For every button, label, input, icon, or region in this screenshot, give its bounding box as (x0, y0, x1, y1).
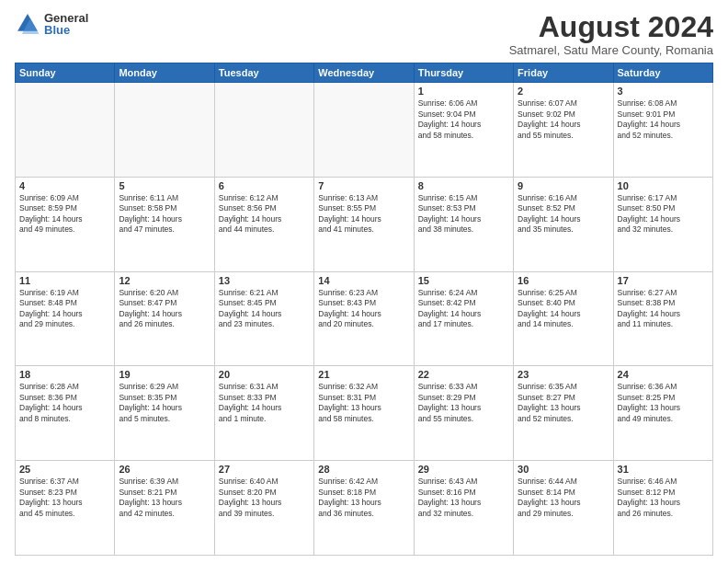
cell-0-4: 1Sunrise: 6:06 AM Sunset: 9:04 PM Daylig… (414, 83, 513, 178)
logo: General Blue (15, 11, 88, 37)
day-number: 2 (518, 86, 609, 97)
day-info: Sunrise: 6:06 AM Sunset: 9:04 PM Dayligh… (418, 98, 509, 141)
day-info: Sunrise: 6:40 AM Sunset: 8:20 PM Dayligh… (219, 477, 310, 519)
header: General Blue August 2024 Satmarel, Satu … (15, 11, 713, 57)
cell-0-6: 3Sunrise: 6:08 AM Sunset: 9:01 PM Daylig… (613, 83, 712, 178)
cell-0-2 (214, 83, 313, 178)
col-thursday: Thursday (414, 63, 513, 83)
day-number: 31 (618, 464, 709, 475)
cell-2-1: 12Sunrise: 6:20 AM Sunset: 8:47 PM Dayli… (115, 271, 214, 366)
day-info: Sunrise: 6:43 AM Sunset: 8:16 PM Dayligh… (418, 477, 509, 519)
week-row-2: 4Sunrise: 6:09 AM Sunset: 8:59 PM Daylig… (16, 177, 713, 271)
day-info: Sunrise: 6:15 AM Sunset: 8:53 PM Dayligh… (418, 193, 509, 236)
day-number: 24 (618, 369, 709, 380)
day-number: 10 (618, 180, 709, 191)
cell-3-0: 18Sunrise: 6:28 AM Sunset: 8:36 PM Dayli… (16, 366, 115, 461)
col-friday: Friday (514, 63, 613, 83)
week-row-3: 11Sunrise: 6:19 AM Sunset: 8:48 PM Dayli… (16, 271, 713, 366)
day-number: 9 (518, 180, 609, 191)
day-info: Sunrise: 6:17 AM Sunset: 8:50 PM Dayligh… (618, 193, 709, 236)
day-info: Sunrise: 6:44 AM Sunset: 8:14 PM Dayligh… (518, 477, 609, 519)
day-info: Sunrise: 6:09 AM Sunset: 8:59 PM Dayligh… (19, 193, 110, 236)
cell-4-4: 29Sunrise: 6:43 AM Sunset: 8:16 PM Dayli… (414, 461, 513, 556)
day-number: 21 (318, 369, 409, 380)
cell-4-2: 27Sunrise: 6:40 AM Sunset: 8:20 PM Dayli… (214, 461, 313, 556)
logo-blue: Blue (44, 24, 88, 36)
header-row: Sunday Monday Tuesday Wednesday Thursday… (16, 63, 713, 83)
cell-0-3 (314, 83, 414, 178)
day-number: 25 (19, 464, 110, 475)
day-number: 11 (19, 275, 110, 286)
day-info: Sunrise: 6:31 AM Sunset: 8:33 PM Dayligh… (219, 382, 310, 424)
cell-1-2: 6Sunrise: 6:12 AM Sunset: 8:56 PM Daylig… (214, 177, 313, 271)
day-info: Sunrise: 6:11 AM Sunset: 8:58 PM Dayligh… (119, 193, 210, 236)
cell-2-6: 17Sunrise: 6:27 AM Sunset: 8:38 PM Dayli… (613, 271, 712, 366)
col-sunday: Sunday (16, 63, 115, 83)
cell-1-5: 9Sunrise: 6:16 AM Sunset: 8:52 PM Daylig… (514, 177, 613, 271)
day-number: 14 (318, 275, 409, 286)
day-info: Sunrise: 6:39 AM Sunset: 8:21 PM Dayligh… (119, 477, 210, 519)
day-info: Sunrise: 6:35 AM Sunset: 8:27 PM Dayligh… (518, 382, 609, 424)
cell-4-3: 28Sunrise: 6:42 AM Sunset: 8:18 PM Dayli… (314, 461, 414, 556)
day-number: 17 (618, 275, 709, 286)
cell-3-1: 19Sunrise: 6:29 AM Sunset: 8:35 PM Dayli… (115, 366, 214, 461)
day-info: Sunrise: 6:12 AM Sunset: 8:56 PM Dayligh… (219, 193, 310, 236)
day-number: 6 (219, 180, 310, 191)
day-info: Sunrise: 6:28 AM Sunset: 8:36 PM Dayligh… (19, 382, 110, 424)
cell-1-4: 8Sunrise: 6:15 AM Sunset: 8:53 PM Daylig… (414, 177, 513, 271)
day-number: 15 (418, 275, 509, 286)
cell-2-5: 16Sunrise: 6:25 AM Sunset: 8:40 PM Dayli… (514, 271, 613, 366)
cell-2-2: 13Sunrise: 6:21 AM Sunset: 8:45 PM Dayli… (214, 271, 313, 366)
cell-4-5: 30Sunrise: 6:44 AM Sunset: 8:14 PM Dayli… (514, 461, 613, 556)
day-info: Sunrise: 6:42 AM Sunset: 8:18 PM Dayligh… (318, 477, 409, 519)
cell-0-1 (115, 83, 214, 178)
cell-3-2: 20Sunrise: 6:31 AM Sunset: 8:33 PM Dayli… (214, 366, 313, 461)
cell-4-1: 26Sunrise: 6:39 AM Sunset: 8:21 PM Dayli… (115, 461, 214, 556)
cell-2-4: 15Sunrise: 6:24 AM Sunset: 8:42 PM Dayli… (414, 271, 513, 366)
day-info: Sunrise: 6:08 AM Sunset: 9:01 PM Dayligh… (618, 98, 709, 141)
day-info: Sunrise: 6:36 AM Sunset: 8:25 PM Dayligh… (618, 382, 709, 424)
day-info: Sunrise: 6:33 AM Sunset: 8:29 PM Dayligh… (418, 382, 509, 424)
cell-3-4: 22Sunrise: 6:33 AM Sunset: 8:29 PM Dayli… (414, 366, 513, 461)
day-info: Sunrise: 6:25 AM Sunset: 8:40 PM Dayligh… (518, 288, 609, 330)
col-monday: Monday (115, 63, 214, 83)
cell-1-6: 10Sunrise: 6:17 AM Sunset: 8:50 PM Dayli… (613, 177, 712, 271)
day-number: 26 (119, 464, 210, 475)
cell-0-5: 2Sunrise: 6:07 AM Sunset: 9:02 PM Daylig… (514, 83, 613, 178)
day-info: Sunrise: 6:21 AM Sunset: 8:45 PM Dayligh… (219, 288, 310, 330)
day-number: 5 (119, 180, 210, 191)
cell-0-0 (16, 83, 115, 178)
week-row-1: 1Sunrise: 6:06 AM Sunset: 9:04 PM Daylig… (16, 83, 713, 178)
day-info: Sunrise: 6:32 AM Sunset: 8:31 PM Dayligh… (318, 382, 409, 424)
day-number: 16 (518, 275, 609, 286)
col-tuesday: Tuesday (214, 63, 313, 83)
day-number: 19 (119, 369, 210, 380)
cell-4-6: 31Sunrise: 6:46 AM Sunset: 8:12 PM Dayli… (613, 461, 712, 556)
day-number: 28 (318, 464, 409, 475)
cell-3-6: 24Sunrise: 6:36 AM Sunset: 8:25 PM Dayli… (613, 366, 712, 461)
day-number: 20 (219, 369, 310, 380)
day-info: Sunrise: 6:37 AM Sunset: 8:23 PM Dayligh… (19, 477, 110, 519)
day-number: 29 (418, 464, 509, 475)
day-number: 3 (618, 86, 709, 97)
day-info: Sunrise: 6:29 AM Sunset: 8:35 PM Dayligh… (119, 382, 210, 424)
day-number: 23 (518, 369, 609, 380)
day-info: Sunrise: 6:13 AM Sunset: 8:55 PM Dayligh… (318, 193, 409, 236)
cell-1-1: 5Sunrise: 6:11 AM Sunset: 8:58 PM Daylig… (115, 177, 214, 271)
day-info: Sunrise: 6:07 AM Sunset: 9:02 PM Dayligh… (518, 98, 609, 141)
cell-2-0: 11Sunrise: 6:19 AM Sunset: 8:48 PM Dayli… (16, 271, 115, 366)
day-info: Sunrise: 6:20 AM Sunset: 8:47 PM Dayligh… (119, 288, 210, 330)
day-info: Sunrise: 6:16 AM Sunset: 8:52 PM Dayligh… (518, 193, 609, 236)
week-row-5: 25Sunrise: 6:37 AM Sunset: 8:23 PM Dayli… (16, 461, 713, 556)
logo-text: General Blue (44, 12, 88, 36)
cell-2-3: 14Sunrise: 6:23 AM Sunset: 8:43 PM Dayli… (314, 271, 414, 366)
day-info: Sunrise: 6:19 AM Sunset: 8:48 PM Dayligh… (19, 288, 110, 330)
cell-1-3: 7Sunrise: 6:13 AM Sunset: 8:55 PM Daylig… (314, 177, 414, 271)
col-wednesday: Wednesday (314, 63, 414, 83)
day-number: 1 (418, 86, 509, 97)
day-number: 8 (418, 180, 509, 191)
day-number: 30 (518, 464, 609, 475)
page: General Blue August 2024 Satmarel, Satu … (0, 0, 728, 563)
day-info: Sunrise: 6:23 AM Sunset: 8:43 PM Dayligh… (318, 288, 409, 330)
cell-3-5: 23Sunrise: 6:35 AM Sunset: 8:27 PM Dayli… (514, 366, 613, 461)
